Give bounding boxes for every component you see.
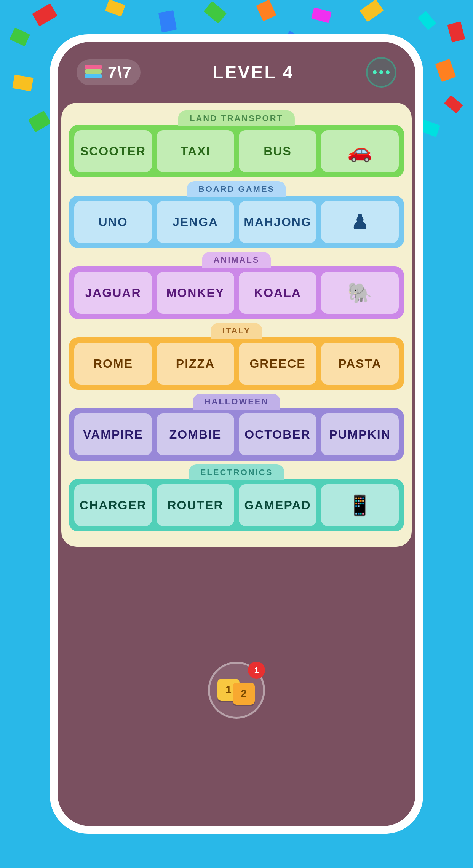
category-animals: ANIMALS JAGUAR MONKEY KOALA 🐘 [69, 252, 404, 319]
word-row-board-games: UNO JENGA MAHJONG ♟ [69, 196, 404, 248]
word-card-scooter[interactable]: SCOOTER [74, 130, 152, 172]
game-area: LAND TRANSPORT SCOOTER TAXI BUS 🚗 BOARD … [61, 103, 412, 547]
game-header: 7\7 LEVEL 4 [58, 42, 415, 95]
word-card-monkey[interactable]: MONKEY [157, 272, 234, 314]
hint-button[interactable]: 1 2 1 [208, 662, 265, 719]
category-label-board-games: BOARD GAMES [187, 181, 286, 197]
word-row-land-transport: SCOOTER TAXI BUS 🚗 [69, 125, 404, 177]
phone-screen: 7\7 LEVEL 4 LAND TRANSPORT SCOOTER TAXI … [58, 42, 415, 826]
category-label-land-transport: LAND TRANSPORT [178, 110, 295, 126]
word-card-zombie[interactable]: ZOMBIE [157, 413, 234, 455]
hint-tiles: 1 2 [217, 675, 256, 705]
hint-badge: 1 [248, 662, 265, 679]
word-card-pizza[interactable]: PIZZA [157, 343, 234, 385]
phone-frame: 7\7 LEVEL 4 LAND TRANSPORT SCOOTER TAXI … [50, 34, 423, 834]
level-title: LEVEL 4 [213, 62, 294, 83]
word-card-gamepad[interactable]: GAMEPAD [239, 484, 316, 526]
word-card-car-icon[interactable]: 🚗 [321, 130, 399, 172]
word-card-uno[interactable]: UNO [74, 201, 152, 243]
word-card-router[interactable]: ROUTER [157, 484, 234, 526]
word-row-halloween: VAMPIRE ZOMBIE OCTOBER PUMPKIN [69, 408, 404, 461]
category-italy: ITALY ROME PIZZA GREECE PASTA [69, 323, 404, 390]
hint-circle: 1 2 1 [208, 662, 265, 719]
category-label-electronics: ELECTRONICS [189, 464, 284, 480]
category-label-halloween: HALLOWEEN [193, 394, 280, 410]
word-card-charger[interactable]: CHARGER [74, 484, 152, 526]
word-row-animals: JAGUAR MONKEY KOALA 🐘 [69, 266, 404, 319]
menu-dots-icon [373, 70, 390, 74]
word-card-pumpkin[interactable]: PUMPKIN [321, 413, 399, 455]
word-row-italy: ROME PIZZA GREECE PASTA [69, 337, 404, 390]
category-label-italy: ITALY [211, 323, 262, 339]
score-text: 7\7 [108, 63, 132, 81]
word-card-pasta[interactable]: PASTA [321, 343, 399, 385]
menu-button[interactable] [366, 57, 396, 88]
category-land-transport: LAND TRANSPORT SCOOTER TAXI BUS 🚗 [69, 110, 404, 177]
category-board-games: BOARD GAMES UNO JENGA MAHJONG ♟ [69, 181, 404, 248]
word-card-october[interactable]: OCTOBER [239, 413, 316, 455]
word-card-jaguar[interactable]: JAGUAR [74, 272, 152, 314]
word-card-greece[interactable]: GREECE [239, 343, 316, 385]
word-card-elephant-icon[interactable]: 🐘 [321, 272, 399, 314]
word-card-jenga[interactable]: JENGA [157, 201, 234, 243]
word-row-electronics: CHARGER ROUTER GAMEPAD 📱 [69, 479, 404, 531]
word-card-rome[interactable]: ROME [74, 343, 152, 385]
category-halloween: HALLOWEEN VAMPIRE ZOMBIE OCTOBER PUMPKIN [69, 394, 404, 461]
word-card-phone-icon[interactable]: 📱 [321, 484, 399, 526]
word-card-chess-icon[interactable]: ♟ [321, 201, 399, 243]
word-card-vampire[interactable]: VAMPIRE [74, 413, 152, 455]
word-card-bus[interactable]: BUS [239, 130, 316, 172]
word-card-mahjong[interactable]: MAHJONG [239, 201, 316, 243]
category-label-animals: ANIMALS [202, 252, 271, 268]
stack-icon [85, 65, 104, 80]
hint-tile-2: 2 [233, 683, 255, 705]
category-electronics: ELECTRONICS CHARGER ROUTER GAMEPAD 📱 [69, 464, 404, 531]
bottom-section: 1 2 1 [193, 554, 280, 826]
word-card-taxi[interactable]: TAXI [157, 130, 234, 172]
word-card-koala[interactable]: KOALA [239, 272, 316, 314]
score-badge: 7\7 [77, 59, 141, 85]
